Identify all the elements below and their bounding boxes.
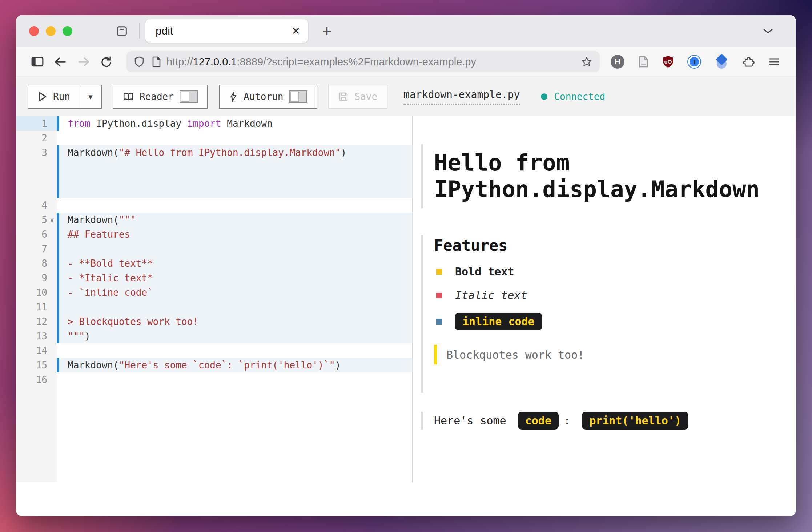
feature-text: Italic text — [455, 289, 527, 302]
browser-window: pdit ✕ + http://127.0.0.1:8889/?s — [16, 15, 796, 516]
new-tab-button[interactable]: + — [322, 23, 332, 39]
ublock-origin-icon[interactable]: uO — [662, 56, 674, 68]
save-button[interactable]: Save — [328, 85, 387, 109]
run-button[interactable]: Run ▼ — [28, 85, 102, 109]
line-number: 6 — [16, 227, 57, 242]
code-row[interactable]: 8- **Bold text** — [16, 256, 412, 271]
fold-slot — [47, 242, 57, 256]
code-row[interactable]: 11 — [16, 300, 412, 314]
inline-text: : — [564, 414, 577, 427]
code-line[interactable]: from IPython.display import Markdown — [57, 116, 412, 131]
autorun-toggle[interactable] — [289, 90, 307, 103]
code-line[interactable]: - `inline code` — [57, 285, 412, 300]
code-row[interactable]: 5∨Markdown(""" — [16, 213, 412, 227]
code-editor[interactable]: 1from IPython.display import Markdown23M… — [16, 116, 412, 482]
extensions-puzzle-icon[interactable] — [743, 56, 755, 68]
code-row[interactable]: 10- `inline code` — [16, 285, 412, 300]
bookmark-star-icon[interactable] — [581, 56, 592, 68]
floppy-disk-icon — [338, 92, 349, 102]
reload-button[interactable] — [100, 56, 112, 68]
blockquote-bar — [434, 345, 437, 364]
code-row[interactable]: 16 — [16, 372, 412, 387]
tab-strip: pdit ✕ + — [16, 15, 796, 47]
browser-tab[interactable]: pdit ✕ — [145, 19, 308, 43]
url-bar[interactable]: http://127.0.0.1:8889/?script=examples%2… — [126, 51, 600, 72]
line-number: 2 — [16, 131, 57, 145]
url-path: :8889/?script=examples%2Fmarkdown-exampl… — [237, 56, 476, 68]
feature-item: inline code — [434, 313, 789, 330]
code-row[interactable]: 3Markdown("# Hello from IPython.display.… — [16, 145, 412, 198]
fold-slot — [47, 343, 57, 358]
filename-label[interactable]: markdown-example.py — [403, 89, 520, 105]
code-row[interactable]: 1from IPython.display import Markdown — [16, 116, 412, 131]
line-number: 3 — [16, 145, 57, 160]
autorun-label: Autorun — [244, 91, 284, 102]
code-line[interactable]: Markdown(""" — [57, 213, 412, 227]
maximize-window-button[interactable] — [63, 26, 72, 36]
code-line[interactable]: Markdown("# Hello from IPython.display.M… — [57, 145, 412, 198]
code-line[interactable] — [57, 343, 412, 358]
list-tabs-chevron-icon[interactable] — [763, 28, 773, 34]
inline-code-pill: code — [518, 412, 559, 430]
ublock-label: uO — [662, 59, 674, 65]
fold-slot — [47, 145, 57, 160]
reader-toggle[interactable] — [180, 90, 198, 103]
reader-button[interactable]: Reader — [113, 85, 208, 109]
bullet-square — [436, 319, 442, 325]
url-text[interactable]: http://127.0.0.1:8889/?script=examples%2… — [166, 56, 581, 68]
tab-close-icon[interactable]: ✕ — [292, 25, 300, 37]
sidebar-toggle-icon[interactable] — [31, 56, 44, 67]
code-row[interactable]: 12> Blockquotes work too! — [16, 314, 412, 329]
code-line[interactable] — [57, 198, 412, 213]
back-button[interactable] — [53, 56, 67, 67]
fold-chevron-icon[interactable]: ∨ — [47, 213, 57, 227]
code-row[interactable]: 4 — [16, 198, 412, 213]
forward-button[interactable] — [77, 56, 91, 67]
reader-document-icon[interactable] — [638, 56, 649, 68]
bullet-square — [436, 293, 442, 298]
fold-slot — [47, 300, 57, 314]
url-scheme: http:// — [166, 56, 193, 68]
code-line[interactable]: ## Features — [57, 227, 412, 242]
code-line[interactable] — [57, 300, 412, 314]
code-line[interactable]: > Blockquotes work too! — [57, 314, 412, 329]
fold-slot — [47, 256, 57, 271]
fold-slot — [47, 227, 57, 242]
menu-hamburger-icon[interactable] — [768, 57, 780, 66]
code-line[interactable] — [57, 242, 412, 256]
code-row[interactable]: 6## Features — [16, 227, 412, 242]
shield-icon[interactable] — [134, 56, 145, 68]
blockquote-text: Blockquotes work too! — [446, 348, 584, 361]
minimize-window-button[interactable] — [46, 26, 56, 36]
code-line[interactable] — [57, 131, 412, 145]
lightning-icon — [229, 91, 238, 102]
onepassword-icon[interactable] — [687, 55, 701, 69]
run-dropdown-button[interactable]: ▼ — [80, 85, 101, 108]
tab-title: pdit — [156, 25, 292, 37]
autorun-button[interactable]: Autorun — [219, 85, 318, 109]
code-line[interactable]: - **Bold text** — [57, 256, 412, 271]
tab-overview-icon[interactable] — [115, 24, 128, 37]
line-number: 13 — [16, 329, 57, 343]
code-line[interactable]: - *Italic text* — [57, 271, 412, 285]
code-row[interactable]: 7 — [16, 242, 412, 256]
code-line[interactable] — [57, 372, 412, 387]
fold-slot — [47, 314, 57, 329]
code-line[interactable]: Markdown("Here's some `code`: `print('he… — [57, 358, 412, 372]
code-row[interactable]: 9- *Italic text* — [16, 271, 412, 285]
code-row[interactable]: 13""") — [16, 329, 412, 343]
code-row[interactable]: 15Markdown("Here's some `code`: `print('… — [16, 358, 412, 372]
profile-avatar[interactable]: H — [611, 55, 624, 69]
bullet-square — [436, 269, 442, 275]
blue-gem-extension-icon[interactable] — [715, 55, 729, 69]
code-row[interactable]: 14 — [16, 343, 412, 358]
code-line[interactable]: """) — [57, 329, 412, 343]
page-info-icon[interactable] — [151, 56, 161, 68]
run-button-main[interactable]: Run — [28, 85, 80, 108]
line-number: 14 — [16, 343, 57, 358]
code-row[interactable]: 2 — [16, 131, 412, 145]
markdown-h2: Features — [434, 235, 789, 254]
close-window-button[interactable] — [29, 26, 39, 36]
inline-text: Here's some — [434, 414, 513, 427]
traffic-lights — [29, 26, 72, 36]
